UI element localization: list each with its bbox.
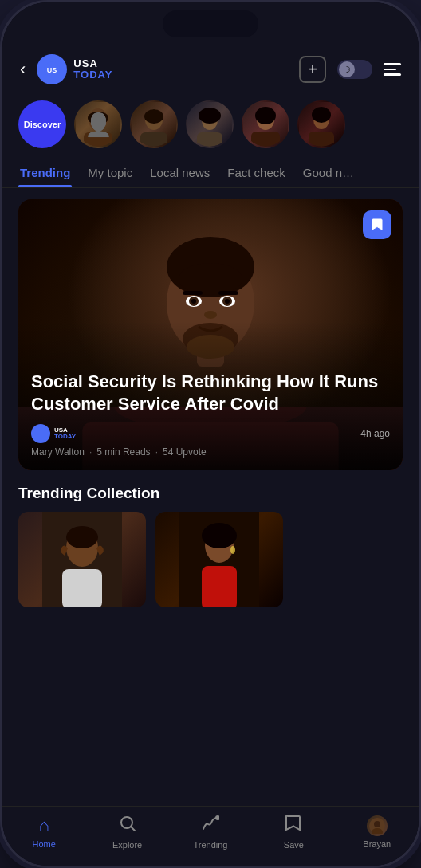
menu-button[interactable] [384,63,401,76]
logo-icon: US [37,54,67,84]
nav-trending[interactable]: Trending [187,815,234,850]
svg-point-10 [199,108,221,124]
svg-rect-21 [183,291,203,295]
svg-rect-6 [140,132,167,147]
story-item-1[interactable] [74,100,122,148]
nav-home[interactable]: ⌂ Home [20,815,68,849]
bookmark-button[interactable] [363,210,391,239]
svg-rect-9 [197,132,222,147]
svg-point-2 [89,108,108,131]
menu-line-3 [384,73,401,76]
nav-trending-label: Trending [193,840,227,850]
collection-card-2[interactable] [155,512,283,607]
person-silhouette-1 [76,102,120,147]
logo-area: US USA TODAY [37,54,291,84]
phone-inner: ‹ US USA TODAY + [2,2,419,866]
featured-article-card[interactable]: Social Security Is Rethinking How It Run… [18,199,403,470]
svg-point-37 [66,526,98,548]
tab-fact-check[interactable]: Fact check [226,158,287,187]
meta-dot-2: · [155,446,158,458]
story-portrait-2 [130,100,178,148]
add-button[interactable]: + [299,56,326,83]
nav-home-label: Home [33,839,56,849]
trending-collection-title: Trending Collection [2,481,419,512]
tabs-row: Trending My topic Local news Fact check … [2,155,419,188]
svg-point-7 [144,109,163,124]
svg-point-42 [230,546,235,554]
article-meta-row1: USA TODAY 4h ago [31,424,390,443]
discover-label: Discover [18,100,66,148]
nav-save[interactable]: Save [270,815,317,850]
collection-row [2,512,419,607]
main-content[interactable]: Social Security Is Rethinking How It Run… [2,188,419,806]
person-silhouette-5 [299,102,344,147]
dark-mode-toggle[interactable]: ☽ [337,60,372,79]
article-meta-row2: Mary Walton · 5 min Reads · 54 Upvote [31,446,390,458]
svg-point-47 [374,821,380,827]
story-portrait-5 [297,100,345,148]
bottom-nav: ⌂ Home Explore [2,806,419,866]
source-logo-text: USA TODAY [54,427,76,440]
back-button[interactable]: ‹ [20,59,26,80]
home-icon: ⌂ [39,815,49,836]
svg-line-44 [131,827,135,831]
logo-text: USA TODAY [73,58,112,81]
article-time-ago: 4h ago [360,428,390,439]
trending-icon [202,815,219,837]
article-author: Mary Walton [31,446,85,458]
svg-point-20 [179,263,242,295]
story-item-4[interactable] [242,100,289,148]
svg-point-31 [187,335,234,359]
screen: ‹ US USA TODAY + [2,2,419,866]
story-portrait-3 [186,100,234,148]
user-avatar [367,815,388,836]
source-logo-circle [31,424,50,443]
source-logo: USA TODAY [31,424,76,443]
bottom-spacer [2,607,419,623]
nav-explore[interactable]: Explore [104,815,151,850]
person-silhouette-2 [132,102,176,147]
tab-trending[interactable]: Trending [18,158,72,187]
source-today: TODAY [54,434,76,440]
tab-my-topic[interactable]: My topic [86,158,134,187]
article-upvotes: 54 Upvote [163,446,207,458]
story-discover[interactable]: Discover [18,100,66,148]
story-item-3[interactable] [186,100,234,148]
menu-line-2 [384,69,396,71]
svg-point-16 [312,107,331,123]
collection-person-2 [155,512,283,607]
svg-point-13 [255,107,276,124]
plus-icon: + [308,61,317,79]
svg-rect-36 [62,569,102,607]
notch [163,10,258,37]
story-item-5[interactable] [297,100,345,148]
person-silhouette-3 [187,102,232,147]
article-read-time: 5 min Reads [96,446,150,458]
svg-point-41 [202,523,237,548]
svg-point-28 [225,299,230,304]
svg-point-45 [215,815,219,820]
moon-icon: ☽ [343,65,351,75]
tab-local-news[interactable]: Local news [148,158,211,187]
explore-icon [119,815,136,837]
svg-rect-3 [84,132,112,147]
nav-profile-label: Brayan [363,839,391,849]
svg-rect-15 [309,132,334,147]
article-title: Social Security Is Rethinking How It Run… [31,371,390,416]
toggle-knob: ☽ [339,61,355,77]
logo-usa: USA [73,58,112,69]
story-portrait-1 [74,100,122,148]
phone-frame: ‹ US USA TODAY + [0,0,421,868]
stories-row: Discover [2,94,419,155]
meta-dot-1: · [89,446,92,458]
story-portrait-4 [242,100,289,148]
svg-rect-40 [202,566,237,607]
tab-good-news[interactable]: Good n… [301,158,356,187]
article-content-overlay: Social Security Is Rethinking How It Run… [18,358,403,470]
svg-point-4 [88,112,108,124]
svg-point-30 [183,323,238,355]
story-item-2[interactable] [130,100,178,148]
nav-profile[interactable]: Brayan [353,815,401,849]
menu-line-1 [384,63,401,65]
collection-card-1[interactable] [18,512,146,607]
